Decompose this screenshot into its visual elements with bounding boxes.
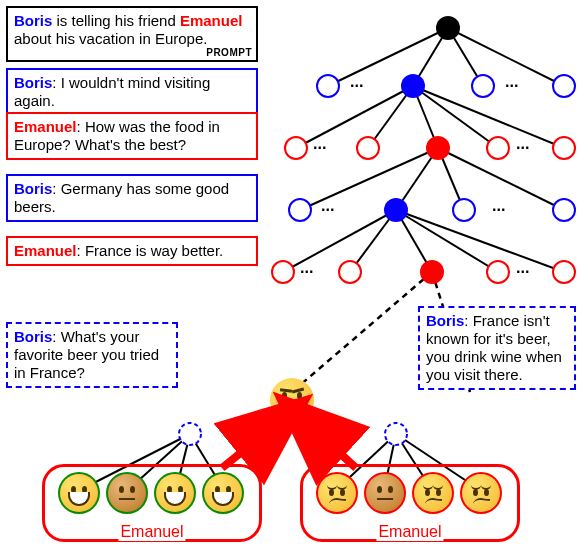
rater-name: Emanuel: [376, 523, 443, 541]
unamused-face-icon: [414, 474, 452, 512]
svg-line-29: [308, 424, 356, 468]
neutral-face-icon: [366, 474, 404, 512]
unamused-face-icon: [318, 474, 356, 512]
svg-line-28: [222, 424, 276, 468]
grinning-face-icon: [156, 474, 194, 512]
neutral-face-icon: [108, 474, 146, 512]
unamused-face-icon: [462, 474, 500, 512]
grinning-face-icon: [204, 474, 242, 512]
grinning-face-icon: [60, 474, 98, 512]
rater-name: Emanuel: [118, 523, 185, 541]
